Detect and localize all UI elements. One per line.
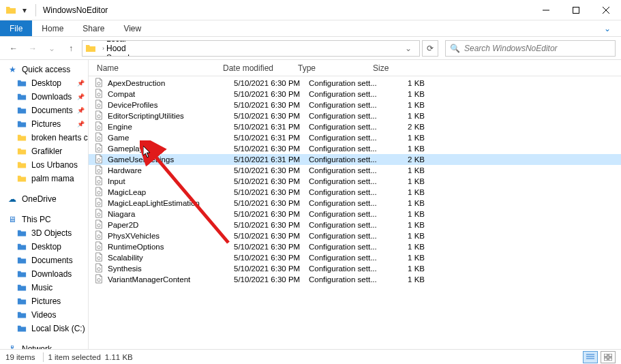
folder-icon (16, 282, 27, 293)
sidebar-item[interactable]: 3D Objects (0, 226, 88, 240)
sidebar-onedrive[interactable]: ☁ OneDrive (0, 192, 88, 206)
col-date[interactable]: Date modified (220, 63, 295, 73)
folder-icon (16, 146, 27, 157)
file-size: 1 KB (384, 145, 431, 153)
view-icons-button[interactable] (601, 351, 616, 363)
file-size: 1 KB (384, 254, 431, 262)
file-row[interactable]: VariantManagerContent 5/10/2021 6:30 PM … (89, 274, 621, 285)
close-button[interactable] (591, 0, 621, 20)
sidebar-item[interactable]: Los Urbanos (0, 158, 88, 172)
file-size: 1 KB (384, 199, 431, 207)
separator (35, 4, 36, 16)
sidebar-item-label: Downloads (31, 269, 72, 279)
file-row[interactable]: Engine 5/10/2021 6:31 PM Configuration s… (89, 121, 621, 132)
nav-up-button[interactable]: ↑ (63, 40, 79, 57)
sidebar-this-pc[interactable]: 🖥 This PC (0, 213, 88, 226)
sidebar-item[interactable]: Downloads📌 (0, 90, 88, 104)
breadcrumb[interactable]: ›Ertaç Toptutan›AppData›Local›Hood›Saved… (82, 40, 420, 57)
tab-home[interactable]: Home (32, 20, 73, 36)
col-type[interactable]: Type (295, 63, 370, 73)
file-row[interactable]: Compat 5/10/2021 6:30 PM Configuration s… (89, 89, 621, 100)
file-row[interactable]: Scalability 5/10/2021 6:30 PM Configurat… (89, 252, 621, 263)
file-icon (94, 132, 105, 143)
svg-rect-21 (609, 354, 612, 357)
file-type: Configuration sett... (309, 101, 384, 109)
qat-dropdown-icon[interactable]: ▾ (18, 3, 31, 17)
file-row[interactable]: Niagara 5/10/2021 6:30 PM Configuration … (89, 209, 621, 219)
file-row[interactable]: DeviceProfiles 5/10/2021 6:30 PM Configu… (89, 100, 621, 110)
window-title: WindowsNoEditor (43, 5, 108, 15)
nav-back-button[interactable]: ← (5, 40, 22, 57)
file-name: Game (108, 134, 234, 142)
search-input[interactable] (464, 44, 611, 53)
address-dropdown-icon[interactable]: ⌄ (400, 40, 416, 57)
file-row[interactable]: EditorScriptingUtilities 5/10/2021 6:30 … (89, 110, 621, 121)
view-details-button[interactable] (583, 351, 598, 363)
sidebar-item[interactable]: Music (0, 281, 88, 294)
file-type: Configuration sett... (309, 177, 384, 185)
file-row[interactable]: RuntimeOptions 5/10/2021 6:30 PM Configu… (89, 241, 621, 252)
file-icon (94, 154, 105, 165)
file-type: Configuration sett... (309, 264, 384, 273)
folder-icon (85, 43, 96, 54)
sidebar-item-label: Videos (31, 310, 56, 320)
tab-view[interactable]: View (114, 20, 151, 36)
sidebar-item[interactable]: Videos (0, 308, 88, 322)
sidebar-item[interactable]: Desktop📌 (0, 76, 88, 90)
file-row[interactable]: GameplayTags 5/10/2021 6:30 PM Configura… (89, 143, 621, 154)
sidebar-item[interactable]: Documents📌 (0, 104, 88, 117)
pin-icon: 📌 (77, 107, 84, 114)
file-row[interactable]: MagicLeapLightEstimation 5/10/2021 6:30 … (89, 198, 621, 209)
tab-file[interactable]: File (0, 20, 32, 36)
sidebar-label: This PC (22, 215, 51, 224)
folder-icon (16, 132, 27, 143)
nav-forward-button[interactable]: → (25, 40, 41, 57)
breadcrumb-segment[interactable]: ›Hood (99, 44, 172, 53)
sidebar-item[interactable]: Desktop (0, 240, 88, 254)
col-name[interactable]: Name (94, 63, 220, 73)
file-row[interactable]: Game 5/10/2021 6:31 PM Configuration set… (89, 132, 621, 143)
file-row[interactable]: Synthesis 5/10/2021 6:30 PM Configuratio… (89, 263, 621, 274)
sidebar-network[interactable]: 🖧 Network (0, 342, 88, 349)
sidebar-item[interactable]: Downloads (0, 267, 88, 281)
sidebar-item[interactable]: Pictures (0, 294, 88, 308)
file-row[interactable]: Hardware 5/10/2021 6:30 PM Configuration… (89, 165, 621, 176)
address-bar: ← → ⌄ ↑ ›Ertaç Toptutan›AppData›Local›Ho… (0, 37, 621, 60)
sidebar-item[interactable]: broken hearts club (0, 131, 88, 145)
sidebar-item[interactable]: Grafikler (0, 145, 88, 158)
sidebar-item[interactable]: Documents (0, 254, 88, 267)
ribbon-expand-icon[interactable]: ⌄ (594, 20, 621, 36)
file-name: Compat (108, 90, 234, 98)
file-row[interactable]: MagicLeap 5/10/2021 6:30 PM Configuratio… (89, 187, 621, 198)
col-size[interactable]: Size (370, 63, 418, 73)
search-icon: 🔍 (450, 44, 460, 53)
file-row[interactable]: PhysXVehicles 5/10/2021 6:30 PM Configur… (89, 230, 621, 241)
sidebar-item[interactable]: Local Disk (C:) (0, 322, 88, 335)
file-size: 1 KB (384, 210, 431, 218)
tab-share[interactable]: Share (73, 20, 114, 36)
file-type: Configuration sett... (309, 90, 384, 98)
file-row[interactable]: ApexDestruction 5/10/2021 6:30 PM Config… (89, 78, 621, 89)
file-size: 1 KB (384, 79, 431, 87)
search-box[interactable]: 🔍 (445, 40, 616, 57)
breadcrumb-segment[interactable]: ›Saved (99, 53, 172, 57)
file-name: Hardware (108, 166, 234, 175)
file-row[interactable]: Paper2D 5/10/2021 6:30 PM Configuration … (89, 219, 621, 230)
sidebar-quick-access[interactable]: ★ Quick access (0, 63, 88, 76)
sidebar-item-label: Pictures (31, 297, 61, 306)
minimize-button[interactable] (531, 0, 561, 20)
sidebar-item-label: Los Urbanos (31, 160, 78, 170)
file-size: 2 KB (384, 155, 431, 164)
file-date: 5/10/2021 6:30 PM (234, 145, 309, 153)
sidebar-item[interactable]: Pictures📌 (0, 117, 88, 131)
nav-recent-dropdown[interactable]: ⌄ (44, 40, 60, 57)
refresh-button[interactable]: ⟳ (422, 40, 438, 57)
maximize-button[interactable] (561, 0, 591, 20)
file-icon (94, 176, 105, 187)
file-icon (94, 165, 105, 176)
file-size: 1 KB (384, 134, 431, 142)
sidebar-item[interactable]: palm mama (0, 172, 88, 185)
file-row[interactable]: Input 5/10/2021 6:30 PM Configuration se… (89, 176, 621, 187)
file-icon (94, 230, 105, 241)
file-row[interactable]: GameUserSettings 5/10/2021 6:31 PM Confi… (89, 154, 621, 165)
